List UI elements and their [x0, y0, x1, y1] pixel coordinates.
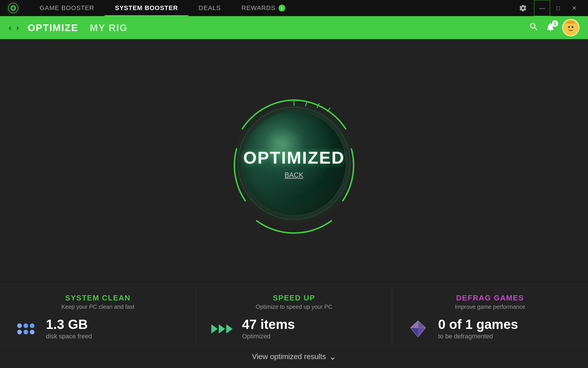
system-clean-stat-label: disk space freed [46, 333, 92, 340]
view-results-row: View optimized results ⌄ [0, 345, 588, 368]
svg-point-8 [567, 28, 569, 30]
speed-up-icon [210, 324, 233, 334]
system-clean-icon [14, 320, 37, 338]
tab-system-booster[interactable]: SYSTEM BOOSTER [105, 0, 188, 16]
card-speed-up-header: SPEED UP Optimize to speed up your PC [196, 288, 392, 313]
title-bar: GAME BOOSTER SYSTEM BOOSTER DEALS REWARD… [0, 0, 588, 16]
notification-count: 1 [552, 20, 558, 27]
card-speed-up: SPEED UP Optimize to speed up your PC 47… [196, 288, 392, 345]
card-defrag-games: DEFRAG GAMES Improve game performance [392, 288, 588, 345]
tab-game-booster[interactable]: GAME BOOSTER [29, 0, 105, 16]
tab-rewards[interactable]: REWARDS 1 [231, 0, 296, 16]
bottom-section: SYSTEM CLEAN Keep your PC clean and fast [0, 288, 588, 368]
close-button[interactable]: ✕ [566, 0, 582, 16]
card-system-clean-title: SYSTEM CLEAN [0, 294, 196, 302]
svg-point-2 [12, 7, 15, 9]
back-arrow-button[interactable]: ‹ [9, 23, 11, 32]
card-system-clean-header: SYSTEM CLEAN Keep your PC clean and fast [0, 288, 196, 313]
window-controls: — □ ✕ [534, 0, 582, 16]
navigation-bar: ‹ › OPTIMIZE MY RIG 1 [0, 16, 588, 39]
breadcrumb-my-rig[interactable]: MY RIG [90, 22, 128, 33]
user-avatar[interactable] [562, 19, 579, 36]
card-speed-up-title: SPEED UP [196, 294, 392, 302]
card-defrag-games-title: DEFRAG GAMES [392, 294, 588, 302]
settings-button[interactable] [515, 0, 531, 16]
search-icon[interactable] [529, 22, 539, 34]
tab-deals[interactable]: DEALS [188, 0, 231, 16]
notification-bell[interactable]: 1 [546, 22, 555, 33]
svg-point-9 [572, 28, 575, 30]
breadcrumb: OPTIMIZE MY RIG [28, 22, 529, 33]
system-clean-stat-number: 1.3 GB [46, 318, 92, 331]
card-system-clean: SYSTEM CLEAN Keep your PC clean and fast [0, 288, 196, 345]
orb-container: OPTIMIZED BACK [0, 39, 588, 288]
diamond-icon-svg [409, 320, 427, 338]
nav-arrows: ‹ › [9, 23, 19, 32]
rewards-badge: 1 [278, 5, 285, 12]
card-speed-up-subtitle: Optimize to speed up your PC [196, 304, 392, 310]
svg-point-6 [568, 26, 570, 28]
card-system-clean-subtitle: Keep your PC clean and fast [0, 304, 196, 310]
defrag-stat-label: to be defragmented [438, 333, 518, 340]
speed-up-stats: 47 items Optimized [242, 318, 295, 340]
forward-arrow-button[interactable]: › [16, 23, 19, 32]
orb-wrapper: OPTIMIZED BACK [222, 91, 366, 235]
minimize-button[interactable]: — [534, 0, 550, 16]
card-defrag-games-subtitle: Improve game performance [392, 304, 588, 310]
orb-sphere[interactable]: OPTIMIZED BACK [242, 112, 346, 215]
app-logo[interactable] [6, 1, 21, 16]
defrag-stats: 0 of 1 games to be defragmented [438, 318, 518, 340]
card-defrag-games-header: DEFRAG GAMES Improve game performance [392, 288, 588, 313]
svg-rect-5 [566, 24, 575, 26]
optimized-status-text: OPTIMIZED [243, 148, 345, 168]
speed-up-stat-label: Optimized [242, 333, 295, 340]
view-results-chevron: ⌄ [329, 352, 336, 362]
card-defrag-games-body: 0 of 1 games to be defragmented [392, 313, 588, 345]
defrag-icon [407, 320, 430, 338]
card-system-clean-body: 1.3 GB disk space freed [0, 313, 196, 345]
back-link[interactable]: BACK [285, 171, 303, 179]
speed-up-stat-number: 47 items [242, 318, 295, 331]
view-results-button[interactable]: View optimized results ⌄ [252, 352, 336, 362]
nav-tabs: GAME BOOSTER SYSTEM BOOSTER DEALS REWARD… [29, 0, 515, 16]
card-speed-up-body: 47 items Optimized [196, 313, 392, 345]
view-results-label: View optimized results [252, 352, 326, 361]
cards-row: SYSTEM CLEAN Keep your PC clean and fast [0, 288, 588, 345]
system-clean-stats: 1.3 GB disk space freed [46, 318, 92, 340]
maximize-button[interactable]: □ [550, 0, 566, 16]
green-bar-actions: 1 [529, 19, 579, 36]
arrows-icon [211, 324, 233, 334]
dots-icon [17, 320, 34, 338]
main-content: OPTIMIZED BACK SYSTEM CLEAN Keep your PC… [0, 39, 588, 368]
svg-point-7 [572, 26, 573, 28]
breadcrumb-optimize[interactable]: OPTIMIZE [28, 22, 78, 33]
defrag-stat-number: 0 of 1 games [438, 318, 518, 331]
